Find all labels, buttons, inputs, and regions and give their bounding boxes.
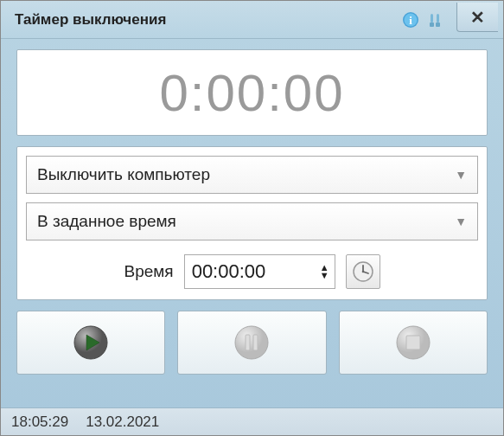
pause-button[interactable] [177, 311, 326, 375]
timer-display: 0:00:00 [16, 49, 488, 136]
time-row: Время ▲ ▼ [26, 254, 478, 289]
play-icon [72, 324, 110, 362]
content-area: 0:00:00 Выключить компьютер ▼ В заданное… [1, 39, 503, 407]
settings-panel: Выключить компьютер ▼ В заданное время ▼… [16, 146, 488, 300]
titlebar: Таймер выключения i ✕ [1, 1, 503, 39]
play-button[interactable] [16, 311, 165, 375]
svg-rect-3 [431, 14, 433, 22]
app-window: Таймер выключения i ✕ 0:00:00 Выключ [0, 0, 504, 436]
clock-icon [351, 260, 375, 284]
close-icon: ✕ [470, 7, 485, 28]
controls-row [16, 311, 488, 375]
svg-point-10 [361, 271, 364, 273]
mode-dropdown[interactable]: В заданное время ▼ [26, 202, 478, 240]
svg-rect-17 [406, 336, 420, 349]
action-dropdown[interactable]: Выключить компьютер ▼ [26, 156, 478, 194]
svg-rect-4 [437, 14, 439, 22]
action-dropdown-label: Выключить компьютер [37, 165, 455, 184]
time-label: Время [124, 262, 173, 281]
svg-point-13 [235, 326, 268, 359]
info-icon[interactable]: i [401, 10, 420, 29]
chevron-down-icon: ▼ [455, 215, 467, 228]
close-button[interactable]: ✕ [456, 3, 498, 32]
svg-rect-6 [436, 22, 440, 27]
spinner-down-icon[interactable]: ▼ [320, 272, 329, 279]
svg-rect-5 [430, 22, 434, 27]
pause-icon [233, 324, 271, 362]
stop-icon [394, 324, 432, 362]
chevron-down-icon: ▼ [455, 168, 467, 182]
svg-rect-15 [253, 335, 258, 350]
time-input-wrap: ▲ ▼ [184, 254, 335, 289]
window-title: Таймер выключения [15, 11, 401, 29]
svg-text:i: i [409, 14, 412, 27]
time-input[interactable] [185, 257, 315, 286]
title-icons: i ✕ [401, 7, 503, 32]
status-date: 13.02.2021 [86, 414, 159, 431]
status-time: 18:05:29 [11, 414, 68, 431]
svg-rect-14 [246, 335, 250, 350]
set-now-button[interactable] [346, 254, 380, 289]
statusbar: 18:05:29 13.02.2021 [1, 407, 503, 435]
mode-dropdown-label: В заданное время [37, 212, 455, 231]
stop-button[interactable] [339, 311, 488, 375]
time-spinner: ▲ ▼ [315, 264, 335, 279]
settings-icon[interactable] [425, 10, 444, 29]
